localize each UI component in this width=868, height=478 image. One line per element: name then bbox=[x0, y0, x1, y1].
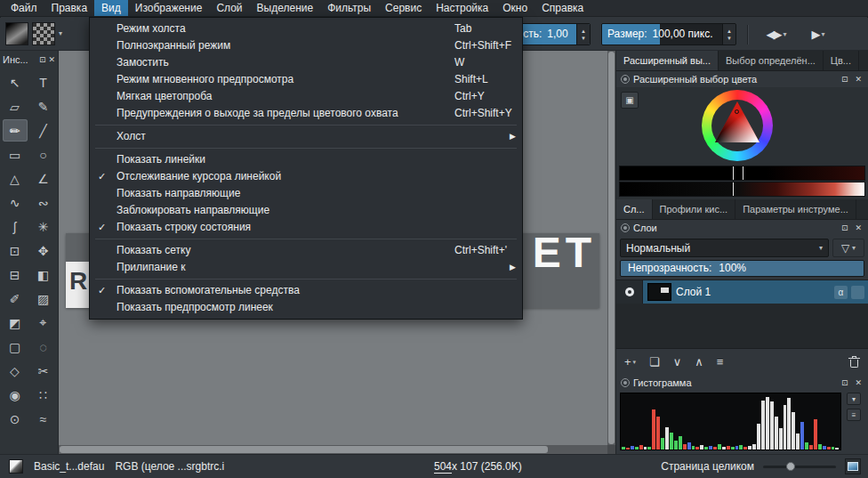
view-menu-item-13[interactable]: Заблокировать направляющие bbox=[90, 202, 522, 219]
tool-magnetic-select[interactable]: ≈ bbox=[31, 408, 56, 430]
histogram-options-button[interactable]: ≡ bbox=[847, 409, 861, 421]
tool-dynamic-brush[interactable]: ʃ bbox=[3, 215, 28, 238]
view-menu-item-8[interactable]: Холст▶ bbox=[90, 128, 522, 145]
advanced-color-selector[interactable]: ▣ bbox=[616, 87, 868, 199]
layer-visibility-toggle[interactable] bbox=[616, 280, 643, 304]
tool-crop[interactable]: ⊟ bbox=[3, 263, 28, 286]
float-docker-icon[interactable]: ⊡ bbox=[39, 55, 46, 64]
move-layer-up-button[interactable]: ∧ bbox=[695, 355, 703, 369]
tool-line[interactable]: ╱ bbox=[31, 119, 56, 142]
view-menu-item-10[interactable]: Показать линейки bbox=[90, 151, 522, 168]
tool-color-sampler[interactable]: ✐ bbox=[3, 288, 28, 310]
view-menu-item-1[interactable]: Режим холстаTab bbox=[90, 20, 522, 37]
delete-layer-button[interactable] bbox=[848, 356, 860, 369]
tool-contiguous-select[interactable]: ◉ bbox=[3, 384, 28, 406]
spin-down-icon[interactable]: ▼ bbox=[727, 36, 732, 41]
tool-bezier-curve[interactable]: ∿ bbox=[3, 191, 28, 214]
alpha-lock-badge[interactable] bbox=[851, 286, 864, 299]
tool-fill[interactable]: ◩ bbox=[3, 312, 28, 334]
tool-polygon-select[interactable]: ◇ bbox=[3, 360, 28, 382]
tool-transform[interactable]: ⊡ bbox=[3, 239, 28, 262]
menubar-item-5[interactable]: Слой bbox=[209, 0, 249, 16]
layer-properties-button[interactable]: ≡ bbox=[717, 355, 724, 369]
docker-tab-2[interactable]: Выбор определён... bbox=[719, 51, 824, 70]
view-menu-item-2[interactable]: Полноэкранный режимCtrl+Shift+F bbox=[90, 37, 522, 54]
menubar-item-1[interactable]: Файл bbox=[4, 0, 44, 16]
close-docker-icon[interactable]: ✕ bbox=[48, 55, 55, 64]
view-menu-item-14[interactable]: ✓Показать строку состояния bbox=[90, 219, 522, 236]
add-layer-button[interactable]: + ▾ bbox=[624, 355, 636, 369]
gradient-preset-button[interactable] bbox=[5, 22, 28, 45]
tool-edit-shapes[interactable]: ▱ bbox=[3, 95, 28, 117]
tool-freehand-select[interactable]: ✂ bbox=[31, 360, 56, 382]
spin-down-icon[interactable]: ▼ bbox=[581, 36, 586, 41]
tool-rectangle[interactable]: ▭ bbox=[3, 143, 28, 166]
tool-freehand-brush[interactable]: ✏ bbox=[3, 119, 28, 142]
move-layer-down-button[interactable]: ∨ bbox=[673, 355, 682, 369]
menubar-item-11[interactable]: Справка bbox=[534, 0, 591, 16]
tool-polygon[interactable]: △ bbox=[3, 167, 28, 190]
zoom-slider-handle[interactable] bbox=[786, 462, 795, 471]
docker-tab-2[interactable]: Профили кис... bbox=[653, 199, 736, 219]
tool-freehand-path[interactable]: ∾ bbox=[31, 191, 56, 214]
menubar-item-3[interactable]: Вид bbox=[94, 0, 128, 16]
menubar-item-8[interactable]: Сервис bbox=[378, 0, 429, 16]
tool-ellipse-select[interactable]: ◌ bbox=[31, 336, 56, 358]
hue-ring[interactable] bbox=[702, 90, 773, 161]
layer-filter-button[interactable]: ▽ ▾ bbox=[832, 239, 864, 257]
size-spin-arrows[interactable]: ▲ ▼ bbox=[722, 24, 735, 45]
size-spinbox[interactable]: Размер:100,00 пикс. ▲ ▼ bbox=[601, 23, 736, 45]
view-menu-item-4[interactable]: Режим мгновенного предпросмотраShift+L bbox=[90, 71, 522, 88]
horizontal-scrollbar[interactable] bbox=[59, 445, 607, 454]
close-docker-icon[interactable]: ✕ bbox=[853, 378, 864, 387]
tool-move[interactable]: ✥ bbox=[31, 239, 56, 262]
pattern-preset-button[interactable] bbox=[32, 22, 55, 45]
wraparound-mode-button[interactable]: ▶ ▾ bbox=[800, 22, 836, 46]
tool-bezier-select[interactable]: ⊙ bbox=[3, 408, 28, 430]
fit-view-button[interactable] bbox=[845, 458, 861, 474]
duplicate-layer-button[interactable]: ❏ bbox=[649, 355, 660, 369]
docker-tab-3[interactable]: Параметры инструме... bbox=[735, 199, 856, 219]
close-docker-icon[interactable]: ✕ bbox=[853, 75, 864, 84]
close-docker-icon[interactable]: ✕ bbox=[853, 223, 864, 232]
view-menu-item-6[interactable]: Предупреждения о выходе за пределы цвето… bbox=[90, 105, 522, 122]
menubar-item-6[interactable]: Выделение bbox=[250, 0, 321, 16]
zoom-slider-track[interactable] bbox=[763, 466, 836, 468]
tool-assistants[interactable]: ⌖ bbox=[31, 312, 56, 334]
tool-rect-select[interactable]: ▢ bbox=[3, 336, 28, 358]
spin-up-icon[interactable]: ▲ bbox=[581, 28, 586, 34]
tool-ellipse[interactable]: ○ bbox=[31, 143, 56, 166]
docker-tab-1[interactable]: Сл... bbox=[616, 199, 653, 219]
docker-tab-3[interactable]: Цв... bbox=[824, 51, 859, 70]
view-menu-item-3[interactable]: ЗамоститьW bbox=[90, 54, 522, 71]
view-menu-item-11[interactable]: ✓Отслеживание курсора линейкой bbox=[90, 168, 522, 185]
menubar-item-7[interactable]: Фильтры bbox=[320, 0, 378, 16]
menubar-item-10[interactable]: Окно bbox=[495, 0, 534, 16]
alpha-badge[interactable]: α bbox=[834, 286, 848, 299]
view-menu-item-17[interactable]: Прилипание к▶ bbox=[90, 259, 522, 276]
view-menu-item-19[interactable]: ✓Показать вспомогательные средства bbox=[90, 282, 522, 299]
tool-text[interactable]: T bbox=[31, 71, 56, 93]
value-slider-bar[interactable] bbox=[619, 166, 865, 181]
zoom-slider[interactable] bbox=[763, 461, 836, 472]
view-menu-item-12[interactable]: Показать направляющие bbox=[90, 185, 522, 202]
shade-gradient-bar[interactable] bbox=[619, 182, 865, 197]
docker-tab-1[interactable]: Расширенный вы... bbox=[616, 51, 719, 70]
horizontal-scroll-thumb[interactable] bbox=[60, 446, 548, 453]
tool-gradient[interactable]: ◧ bbox=[31, 263, 56, 286]
tool-similar-select[interactable]: ∷ bbox=[31, 384, 56, 406]
menubar-item-2[interactable]: Правка bbox=[44, 0, 95, 16]
tool-select-shapes[interactable]: ↖ bbox=[3, 71, 28, 93]
mirror-horizontal-button[interactable]: ◀▶ ▾ bbox=[756, 22, 797, 46]
opacity-spin-arrows[interactable]: ▲ ▼ bbox=[576, 24, 590, 45]
vertical-scrollbar[interactable] bbox=[607, 51, 615, 445]
menubar-item-4[interactable]: Изображение bbox=[128, 0, 210, 16]
selector-shape-button[interactable]: ▣ bbox=[621, 92, 639, 109]
tool-calligraphy[interactable]: ✎ bbox=[31, 95, 56, 117]
view-menu-item-5[interactable]: Мягкая цветопробаCtrl+Y bbox=[90, 88, 522, 105]
blend-mode-select[interactable]: Нормальный ▾ bbox=[620, 239, 829, 257]
menubar-item-9[interactable]: Настройка bbox=[429, 0, 495, 16]
caret-down-icon[interactable]: ▾ bbox=[59, 29, 62, 37]
view-menu-item-16[interactable]: Показать сеткуCtrl+Shift+' bbox=[90, 242, 522, 259]
spin-up-icon[interactable]: ▲ bbox=[727, 28, 732, 34]
